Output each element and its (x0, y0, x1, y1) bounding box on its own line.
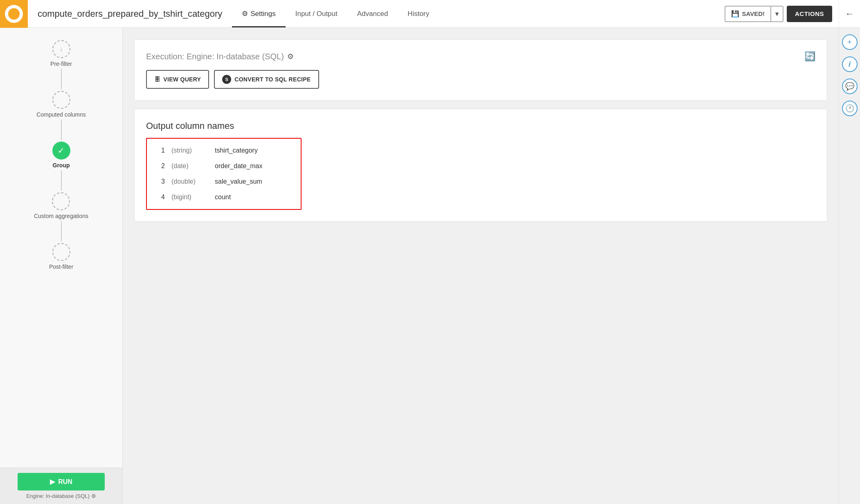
view-query-button[interactable]: 🗄 VIEW QUERY (146, 70, 209, 89)
logo-circle (5, 5, 23, 23)
col-type-4: (bigint) (171, 194, 208, 201)
execution-card: Execution: Engine: In-database (SQL) ⚙ 🔄… (134, 39, 827, 101)
step-circle-group: ✓ (52, 142, 70, 160)
nav-item-settings[interactable]: ⚙ Settings (232, 0, 285, 27)
output-columns-title: Output column names (146, 121, 815, 131)
execution-title-group: Execution: Engine: In-database (SQL) ⚙ (146, 52, 294, 61)
saved-button-main: 💾 SAVED! (725, 10, 770, 18)
convert-sql-button[interactable]: S CONVERT TO SQL RECIPE (214, 70, 319, 89)
step-label-post-filter: Post-filter (49, 263, 73, 270)
sidebar-footer: ▶ RUN Engine: In-database (SQL) ⚙ (0, 468, 122, 504)
table-row: 2 (date) order_date_max (147, 158, 301, 174)
run-button[interactable]: ▶ RUN (18, 473, 105, 491)
run-label: RUN (58, 478, 72, 486)
col-name-1: tshirt_category (215, 147, 258, 154)
nav-item-input-output[interactable]: Input / Output (286, 0, 347, 27)
run-play-icon: ▶ (50, 478, 55, 486)
back-arrow-icon: ← (845, 9, 854, 19)
table-row: 3 (double) sale_value_sum (147, 174, 301, 189)
step-pre-filter[interactable]: ↓ Pre-filter (50, 40, 72, 67)
execution-engine-text: Engine: In-database (SQL) (187, 52, 284, 61)
back-button[interactable]: ← (839, 0, 860, 28)
plus-icon: + (847, 38, 852, 47)
nav-input-output-label: Input / Output (295, 10, 338, 18)
chevron-down-icon: ▾ (775, 10, 779, 18)
nav-settings-label: Settings (250, 10, 275, 18)
col-num-1: 1 (157, 147, 165, 154)
run-engine-label: Engine: In-database (SQL) ⚙ (26, 493, 96, 499)
step-connector-2 (61, 119, 62, 140)
info-icon: i (849, 60, 851, 69)
col-type-2: (date) (171, 162, 208, 170)
engine-gear-icon[interactable]: ⚙ (91, 493, 96, 499)
output-columns-card: Output column names 1 (string) tshirt_ca… (134, 109, 827, 222)
step-post-filter[interactable]: Post-filter (49, 243, 73, 270)
plus-button[interactable]: + (842, 34, 858, 50)
table-row: 4 (bigint) count (147, 189, 301, 205)
nav-history-label: History (407, 10, 429, 18)
topbar: compute_orders_prepared_by_tshirt_catego… (0, 0, 860, 28)
col-name-3: sale_value_sum (215, 178, 262, 185)
actions-button[interactable]: ACTIONS (787, 6, 832, 22)
saved-button[interactable]: 💾 SAVED! ▾ (725, 6, 783, 22)
table-row: 1 (string) tshirt_category (147, 143, 301, 158)
step-circle-custom-aggregations (52, 192, 70, 210)
col-type-1: (string) (171, 147, 208, 154)
chat-button[interactable]: 💬 (842, 79, 858, 94)
execution-gear-icon[interactable]: ⚙ (287, 52, 294, 61)
run-engine-text: Engine: In-database (SQL) (26, 493, 90, 499)
col-num-4: 4 (157, 194, 165, 201)
step-circle-computed-columns (52, 91, 70, 109)
execution-title: Execution: Engine: In-database (SQL) (146, 52, 284, 61)
info-button[interactable]: i (842, 56, 858, 72)
settings-icon: ⚙ (242, 9, 248, 18)
step-connector-3 (61, 170, 62, 191)
col-name-4: count (215, 194, 231, 201)
save-icon: 💾 (731, 10, 739, 18)
step-custom-aggregations[interactable]: Custom aggregations (34, 192, 88, 219)
view-query-label: VIEW QUERY (163, 76, 201, 83)
top-nav: ⚙ Settings Input / Output Advanced Histo… (232, 0, 718, 27)
step-label-group: Group (53, 162, 70, 169)
col-num-2: 2 (157, 162, 165, 170)
nav-item-advanced[interactable]: Advanced (347, 0, 398, 27)
columns-table: 1 (string) tshirt_category 2 (date) orde… (146, 138, 302, 210)
main-content: ↓ Pre-filter Computed columns ✓ Group Cu… (0, 28, 860, 504)
convert-sql-label: CONVERT TO SQL RECIPE (234, 76, 311, 83)
step-circle-pre-filter: ↓ (52, 40, 70, 58)
step-connector-1 (61, 69, 62, 89)
sidebar: ↓ Pre-filter Computed columns ✓ Group Cu… (0, 28, 123, 504)
nav-advanced-label: Advanced (357, 10, 388, 18)
step-group[interactable]: ✓ Group (52, 142, 70, 169)
far-right-panel: + i 💬 🕐 (839, 28, 860, 504)
logo-inner (8, 8, 20, 20)
chat-icon: 💬 (845, 82, 854, 91)
col-name-2: order_date_max (215, 162, 263, 170)
step-label-pre-filter: Pre-filter (50, 61, 72, 67)
col-num-3: 3 (157, 178, 165, 185)
step-circle-post-filter (52, 243, 70, 261)
clock-button[interactable]: 🕐 (842, 101, 858, 116)
col-type-3: (double) (171, 178, 208, 185)
page-title: compute_orders_prepared_by_tshirt_catego… (28, 9, 232, 19)
saved-label: SAVED! (742, 10, 765, 17)
sidebar-steps: ↓ Pre-filter Computed columns ✓ Group Cu… (0, 40, 122, 504)
step-label-computed-columns: Computed columns (36, 111, 86, 118)
nav-item-history[interactable]: History (398, 0, 439, 27)
logo[interactable] (0, 0, 28, 28)
clock-icon: 🕐 (845, 104, 854, 113)
step-connector-4 (61, 221, 62, 241)
execution-label: Execution: (146, 52, 184, 61)
step-label-custom-aggregations: Custom aggregations (34, 213, 88, 219)
saved-dropdown-arrow[interactable]: ▾ (770, 7, 783, 21)
sql-icon: S (222, 75, 231, 84)
execution-header: Execution: Engine: In-database (SQL) ⚙ 🔄 (146, 51, 815, 62)
refresh-icon[interactable]: 🔄 (804, 51, 815, 62)
right-panel: Execution: Engine: In-database (SQL) ⚙ 🔄… (123, 28, 839, 504)
step-computed-columns[interactable]: Computed columns (36, 91, 86, 118)
database-icon: 🗄 (154, 76, 160, 83)
topbar-actions: 💾 SAVED! ▾ ACTIONS (718, 6, 839, 22)
execution-buttons: 🗄 VIEW QUERY S CONVERT TO SQL RECIPE (146, 70, 815, 89)
